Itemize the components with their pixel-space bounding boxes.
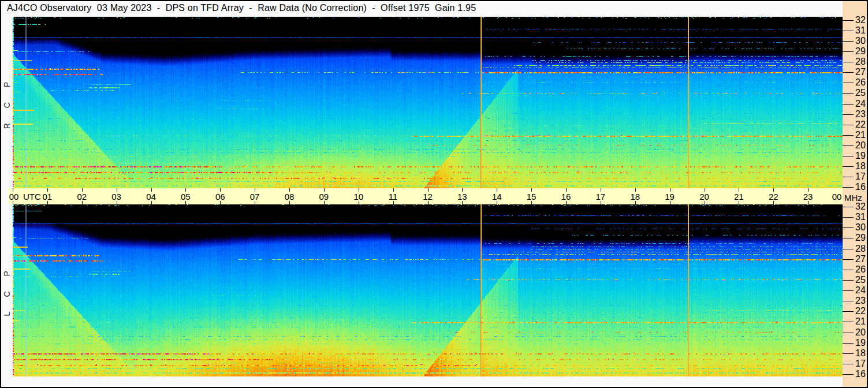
freq-tick-label: 17: [855, 171, 867, 182]
freq-tick-label: 16: [855, 182, 867, 192]
freq-tick: [843, 270, 854, 270]
time-tick-label: 20: [695, 192, 714, 202]
freq-tick-label: 18: [855, 348, 867, 359]
time-tick-label: 04: [141, 192, 161, 202]
time-tick-label: 00: [4, 192, 24, 202]
freq-tick-label: 16: [855, 369, 867, 379]
freq-tick-label: 27: [855, 67, 867, 77]
frequency-axis: MHz 323130292827262524232221201918171632…: [843, 1, 867, 387]
time-tick-label: 03: [107, 192, 126, 202]
time-tick-label: 17: [591, 192, 610, 202]
freq-tick: [843, 249, 854, 249]
time-tick-label: 22: [763, 192, 783, 202]
freq-tick-label: 29: [855, 46, 867, 57]
freq-tick: [843, 353, 854, 354]
time-tick-label: 15: [521, 192, 541, 202]
freq-tick-label: 30: [855, 36, 867, 46]
time-tick-label: 13: [452, 192, 472, 202]
freq-tick: [843, 166, 854, 167]
freq-tick-label: 20: [855, 327, 867, 338]
freq-tick: [843, 83, 854, 83]
freq-tick-label: 17: [855, 359, 867, 369]
freq-tick-label: 21: [855, 130, 867, 140]
freq-tick: [843, 374, 854, 375]
freq-tick: [843, 156, 854, 156]
time-tick-label: 12: [418, 192, 438, 202]
freq-tick-label: 31: [855, 25, 867, 36]
freq-tick-label: 25: [855, 275, 867, 285]
freq-tick: [843, 187, 854, 188]
freq-tick: [843, 125, 854, 125]
freq-tick: [843, 280, 854, 281]
freq-tick: [843, 51, 854, 52]
freq-tick: [843, 343, 854, 344]
freq-tick-label: 18: [855, 161, 867, 171]
freq-tick: [843, 259, 854, 260]
freq-tick-label: 23: [855, 109, 867, 120]
time-tick-label: 21: [729, 192, 748, 202]
freq-tick-label: 22: [855, 120, 867, 130]
freq-tick-label: 23: [855, 296, 867, 306]
freq-tick-label: 22: [855, 306, 867, 316]
freq-tick: [843, 217, 854, 218]
freq-tick: [843, 311, 854, 312]
freq-tick: [843, 135, 854, 136]
freq-tick: [843, 333, 854, 333]
freq-tick-label: 20: [855, 140, 867, 151]
freq-tick: [843, 364, 854, 364]
freq-tick-label: 24: [855, 99, 867, 109]
freq-tick: [843, 322, 854, 322]
time-tick-label: 18: [625, 192, 645, 202]
freq-tick: [843, 72, 854, 73]
time-tick-label: 14: [487, 192, 506, 202]
rcp-polarization-label: R C P: [2, 56, 12, 148]
freq-tick: [843, 227, 854, 228]
freq-tick: [843, 104, 854, 105]
window-title: AJ4CO Observatory 03 May 2023 - DPS on T…: [7, 3, 476, 16]
freq-tick-label: 28: [855, 57, 867, 67]
freq-tick-label: 19: [855, 338, 867, 348]
lcp-polarization-label: L C P: [2, 244, 12, 337]
freq-tick: [843, 290, 854, 291]
freq-tick: [843, 62, 854, 62]
rcp-spectrogram: [13, 17, 843, 188]
time-tick-label: 11: [383, 192, 403, 202]
time-tick-label: 09: [314, 192, 334, 202]
freq-tick: [843, 301, 854, 301]
freq-tick-label: 21: [855, 316, 867, 327]
time-tick-label: 05: [176, 192, 195, 202]
freq-tick-label: 25: [855, 88, 867, 98]
freq-tick: [843, 238, 854, 238]
freq-tick-label: 32: [855, 202, 867, 212]
freq-tick-label: 30: [855, 222, 867, 233]
time-tick-label: 06: [210, 192, 230, 202]
time-tick-label: 02: [72, 192, 92, 202]
freq-tick: [843, 93, 854, 94]
freq-tick: [843, 41, 854, 42]
freq-tick: [843, 177, 854, 177]
time-tick-label: 10: [349, 192, 368, 202]
time-tick-label: 08: [280, 192, 299, 202]
freq-tick-label: 26: [855, 77, 867, 88]
time-tick-label: 19: [660, 192, 680, 202]
freq-tick: [843, 31, 854, 31]
freq-tick-label: 31: [855, 212, 867, 222]
freq-tick-label: 24: [855, 285, 867, 296]
freq-tick: [843, 207, 854, 207]
freq-tick-label: 27: [855, 254, 867, 264]
freq-tick-label: 19: [855, 151, 867, 161]
lcp-spectrogram: [13, 204, 843, 376]
freq-tick: [843, 146, 854, 146]
time-tick-label: 01: [38, 192, 57, 202]
freq-tick-label: 32: [855, 15, 867, 25]
spectrograph-window: AJ4CO Observatory 03 May 2023 - DPS on T…: [0, 0, 868, 388]
time-tick-label: 16: [556, 192, 576, 202]
freq-tick: [843, 114, 854, 115]
time-axis: UTC 000102030405060708091011121314151617…: [8, 188, 843, 204]
time-tick-label: 23: [798, 192, 818, 202]
freq-tick-label: 26: [855, 264, 867, 275]
time-tick-label: 07: [245, 192, 265, 202]
freq-tick: [843, 20, 854, 21]
freq-tick-label: 29: [855, 233, 867, 243]
freq-tick-label: 28: [855, 244, 867, 254]
